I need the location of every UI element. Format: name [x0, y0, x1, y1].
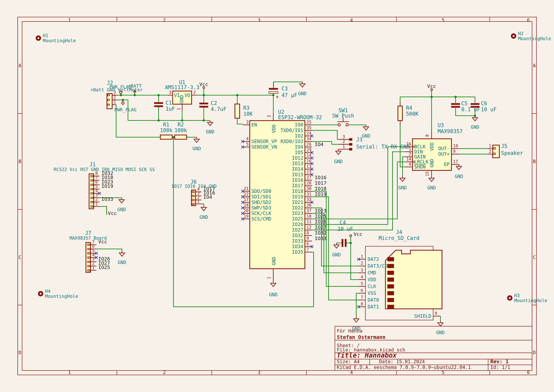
j4-value: Micro_SD_Card — [379, 235, 419, 241]
pin-pad — [88, 244, 90, 246]
frame-column-label: 2 — [163, 17, 166, 23]
component-j4-micro-sd: 1DAT22DAT3/CD3CMD4VDD5CLK6VSS7DAT08DAT1 … — [357, 229, 442, 320]
pin-pad — [107, 99, 110, 101]
pin-pad — [107, 104, 110, 105]
junction-dot — [181, 119, 183, 122]
frame-row-label: D — [533, 350, 536, 355]
mounting-hole-reference: H1 — [43, 33, 48, 38]
r1-reference: R1 — [163, 122, 169, 128]
c2-reference: C2 — [211, 100, 217, 106]
pin-number: 12 — [306, 225, 311, 230]
vcc-label: Vcc — [199, 81, 208, 87]
gnd-symbol: GND — [436, 321, 445, 335]
pin-name: IO27 — [292, 227, 303, 233]
gnd-label: GND — [117, 207, 126, 212]
gnd-symbol: GND — [332, 243, 341, 258]
polarity-plus: + — [276, 94, 279, 100]
pin-number: 9 — [453, 149, 456, 154]
pin-name: SCS/CMD — [251, 216, 271, 222]
gnd-symbol: GND — [334, 149, 343, 164]
junction-dot — [430, 96, 433, 98]
wire-tx — [312, 130, 338, 140]
pin-number: 37 — [306, 208, 311, 213]
gnd-arrow-icon — [438, 323, 443, 326]
u1-value: AMS1117-3.3 — [165, 84, 200, 91]
pin-name: IO33 — [292, 238, 303, 244]
pin-name: IO17 — [292, 183, 303, 189]
junction-dot — [134, 94, 136, 96]
net-label: IO18 — [315, 186, 326, 191]
component-j5-speaker: 1 2 J5 Speaker — [488, 143, 523, 158]
frame-row-label: B — [19, 159, 21, 164]
pin-name: IO15 — [292, 172, 303, 177]
component-r3: R3 10K — [235, 104, 253, 118]
gnd-label: GND — [200, 214, 208, 220]
r3-reference: R3 — [243, 105, 249, 111]
pin-name: DIN — [414, 149, 423, 154]
pin-number: 4 — [95, 188, 98, 193]
net-label: IO4 — [315, 141, 324, 147]
j4-reference: J4 — [396, 229, 402, 235]
pin-number: 3 — [361, 268, 363, 273]
vcc-net-label: Vcc — [108, 210, 117, 216]
mounting-hole: H1MountingHole — [36, 33, 76, 43]
component-j1-rc522: 8IO327IO186IO235IO19432IO331 J1 RC522 Vc… — [54, 161, 155, 216]
junction-dot — [350, 242, 352, 244]
title-block-size: Size: A4 — [337, 359, 360, 364]
pin-name: IO13 — [292, 161, 303, 166]
pin-number: 5 — [95, 184, 98, 189]
gnd-arrow-icon — [194, 139, 199, 142]
j1-reference: J1 — [90, 161, 96, 168]
pin-number: 35 — [306, 125, 311, 130]
r4-body — [398, 106, 402, 121]
frame-row-label: C — [533, 254, 536, 260]
pin-name: RXD0/IO3 — [281, 139, 304, 144]
pin-number: 2 — [267, 115, 271, 118]
pin-number: 1 — [113, 100, 116, 104]
u2-value: ESP32-WROOM-32 — [278, 114, 322, 120]
pin-number: 36 — [306, 203, 311, 208]
j3-reference: J3 — [356, 136, 363, 143]
pin-name: IO0 — [295, 122, 303, 127]
gnd-symbol: GND — [192, 137, 201, 151]
frame-column-label: 3 — [258, 17, 261, 23]
r2-value: 100k — [174, 127, 187, 133]
title-block-title: Title: Hannabox — [337, 351, 397, 359]
pin-number: 4 — [92, 252, 95, 257]
gnd-symbol: GND — [471, 116, 479, 130]
pin-name: SDO/SD0 — [251, 189, 271, 194]
gnd-arrow-icon — [429, 178, 434, 182]
pin-pad — [107, 94, 110, 96]
r3-value: 10K — [243, 111, 253, 117]
pin-number: 3 — [169, 90, 171, 95]
pin-name: GND — [271, 257, 277, 265]
pin-pad — [91, 201, 93, 203]
pin-number: 20 — [244, 208, 249, 213]
net-label: IO33 — [101, 196, 113, 202]
pin-number: 14 — [406, 157, 411, 161]
vcc-label: Vcc — [427, 83, 436, 89]
gnd-arrow-icon — [472, 118, 478, 121]
pin-pad — [192, 195, 194, 197]
pin-pad — [91, 180, 93, 181]
pin-name: OUT+ — [438, 151, 450, 157]
pin-name: EP — [444, 161, 450, 167]
c5-reference: C5 — [461, 100, 468, 106]
pin-number: 26 — [306, 142, 311, 147]
frame-column-label: 5 — [442, 370, 444, 375]
gnd-arrow-icon — [119, 253, 125, 256]
gnd-label: GND — [298, 91, 307, 96]
pin-name: VO — [185, 92, 190, 98]
title-block-id: Id: 1/1 — [490, 364, 510, 370]
pwr-flag-icon — [121, 101, 124, 105]
pin-name: IO14 — [292, 166, 303, 172]
mounting-hole-reference: H4 — [45, 288, 51, 294]
gnd-label: GND — [332, 252, 341, 258]
component-sw1-push-button: SW1 SW_Push — [332, 107, 354, 126]
pin-number: 30 — [306, 186, 311, 191]
junction-dot — [158, 94, 160, 96]
sw1-value: SW_Push — [332, 113, 354, 119]
pin-pad — [91, 184, 93, 186]
frame-column-label: 3 — [258, 370, 261, 375]
mounting-hole-value: MountingHole — [45, 294, 78, 299]
